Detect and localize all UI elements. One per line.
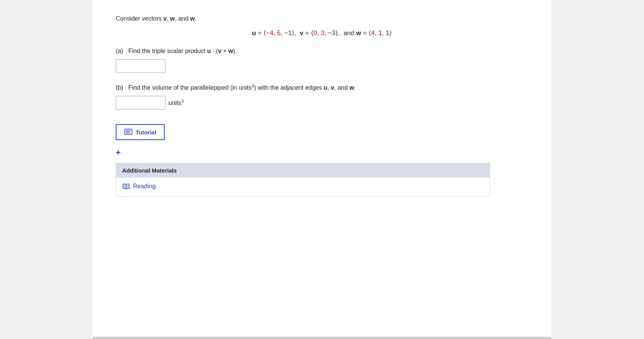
book-icon [122,183,130,189]
expand-icon[interactable]: + [116,148,528,158]
part-b-input[interactable] [116,96,165,110]
vector-equation: u = ⟨−4, 5, −1⟩, v = ⟨0, 3, −3⟩, and w =… [116,29,528,37]
tutorial-label: Tutorial [136,129,156,136]
tutorial-icon [124,129,133,136]
additional-materials-header: Additional Materials [116,163,490,178]
reading-label: Reading [133,183,156,190]
bottom-bar [93,337,551,339]
part-b-label: (b) Find the volume of the parallelepipe… [116,84,528,91]
part-a-input[interactable] [116,59,165,73]
part-b: (b) Find the volume of the parallelepipe… [116,84,528,110]
units-label: units3 [168,99,184,107]
additional-materials-body: Reading [116,178,490,196]
additional-materials-title: Additional Materials [122,167,177,174]
reading-link[interactable]: Reading [122,183,156,190]
additional-materials-section: Additional Materials Reading [116,163,490,197]
part-a-label: (a) Find the triple scalar product u · (… [116,48,528,55]
part-a: (a) Find the triple scalar product u · (… [116,48,528,73]
tutorial-button[interactable]: Tutorial [116,124,165,140]
problem-intro: Consider vectors v, w, and w. [116,15,528,22]
